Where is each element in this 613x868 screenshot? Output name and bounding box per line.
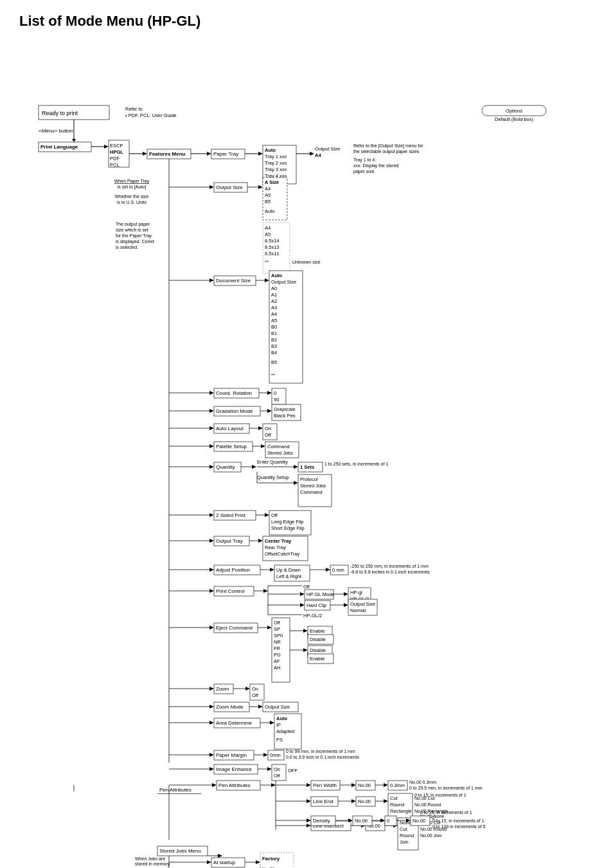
svg-text:size which is set: size which is set bbox=[116, 228, 148, 232]
svg-text:0.0 to 3.9 inch in 0.1 inch in: 0.0 to 3.9 inch in 0.1 inch increments bbox=[286, 755, 360, 759]
svg-marker-232 bbox=[303, 629, 308, 633]
svg-marker-259 bbox=[258, 705, 263, 709]
svg-text:Short Edge Flip: Short Edge Flip bbox=[271, 525, 305, 531]
svg-text:ESCP: ESCP bbox=[110, 143, 123, 149]
svg-text:1 Sets: 1 Sets bbox=[300, 464, 314, 470]
svg-text:is selected.: is selected. bbox=[116, 245, 138, 249]
svg-text:Quantity Setup: Quantity Setup bbox=[257, 475, 289, 480]
svg-text:Document Size: Document Size bbox=[216, 278, 251, 284]
svg-marker-357 bbox=[306, 818, 311, 822]
svg-text:Enable: Enable bbox=[310, 656, 324, 662]
svg-marker-188 bbox=[209, 589, 214, 593]
svg-text:Options: Options bbox=[506, 108, 522, 114]
svg-marker-192 bbox=[263, 589, 268, 593]
svg-text:A4: A4 bbox=[265, 225, 271, 231]
svg-text:Print Language: Print Language bbox=[40, 144, 78, 150]
svg-text:Zoom: Zoom bbox=[216, 686, 229, 692]
svg-text:0 to 99 mm, in increments of 1: 0 to 99 mm, in increments of 1 mm bbox=[286, 749, 355, 754]
svg-text:Disable: Disable bbox=[310, 647, 326, 653]
svg-text:Image Enhance: Image Enhance bbox=[216, 766, 253, 772]
svg-text:Disable: Disable bbox=[310, 637, 326, 642]
svg-marker-217 bbox=[209, 626, 214, 629]
svg-text:SP: SP bbox=[274, 626, 280, 632]
svg-marker-278 bbox=[263, 753, 268, 757]
svg-marker-97 bbox=[209, 391, 214, 395]
svg-text:Paper Tray: Paper Tray bbox=[213, 151, 238, 157]
svg-marker-255 bbox=[209, 705, 214, 709]
svg-text:Adjust Position: Adjust Position bbox=[216, 567, 250, 573]
svg-text:Grayscale: Grayscale bbox=[274, 406, 296, 412]
svg-text:Pen Attributes: Pen Attributes bbox=[218, 782, 251, 788]
svg-text:No.00: No.00 bbox=[355, 818, 368, 824]
svg-marker-305 bbox=[306, 783, 311, 787]
svg-text:HP-GL/2: HP-GL/2 bbox=[303, 613, 322, 619]
svg-text:2 Sided Print: 2 Sided Print bbox=[216, 512, 246, 518]
svg-marker-197 bbox=[300, 592, 305, 596]
svg-text:Tray 2 xxx: Tray 2 xxx bbox=[265, 160, 287, 166]
svg-text:Unknown size: Unknown size bbox=[292, 260, 321, 264]
svg-text:0 to 15, in increments of 1: 0 to 15, in increments of 1 bbox=[432, 818, 484, 823]
svg-text:B4: B4 bbox=[271, 350, 277, 356]
svg-marker-52 bbox=[258, 185, 263, 189]
svg-text:When Jobs are: When Jobs are bbox=[135, 856, 165, 861]
svg-text:Left & Right: Left & Right bbox=[276, 574, 302, 579]
svg-text:Ready to print: Ready to print bbox=[42, 110, 78, 116]
svg-text:• PDF, PCL: User Guide: • PDF, PCL: User Guide bbox=[125, 113, 177, 118]
svg-text:0: 0 bbox=[387, 818, 389, 824]
svg-text:0 mm: 0 mm bbox=[332, 567, 344, 573]
svg-text:Hard Clip: Hard Clip bbox=[306, 602, 326, 608]
svg-text:B3: B3 bbox=[271, 343, 277, 349]
svg-text:Features Menu: Features Menu bbox=[149, 151, 186, 157]
svg-text:The output paper: The output paper bbox=[116, 222, 150, 227]
svg-text:Auto: Auto bbox=[265, 147, 276, 153]
svg-text:**: ** bbox=[271, 372, 275, 378]
svg-text:When Paper Tray: When Paper Tray bbox=[114, 179, 150, 184]
svg-text:Output Size: Output Size bbox=[271, 279, 296, 285]
svg-text:Off: Off bbox=[303, 584, 310, 590]
svg-marker-379 bbox=[218, 854, 222, 858]
svg-marker-46 bbox=[209, 185, 214, 189]
svg-marker-365 bbox=[380, 818, 385, 822]
svg-text:<Menu> button: <Menu> button bbox=[39, 128, 73, 134]
svg-marker-124 bbox=[209, 444, 214, 448]
svg-text:SP0: SP0 bbox=[274, 633, 283, 638]
svg-text:for the Paper Tray: for the Paper Tray bbox=[116, 233, 152, 239]
svg-text:No.00  0.3mm: No.00 0.3mm bbox=[409, 780, 436, 784]
svg-text:is displayed. Corret: is displayed. Corret bbox=[116, 239, 154, 244]
svg-text:PG: PG bbox=[274, 652, 281, 658]
svg-text:No.00: No.00 bbox=[413, 818, 425, 824]
svg-text:A0: A0 bbox=[271, 285, 277, 291]
svg-text:Output Tray: Output Tray bbox=[216, 538, 243, 544]
svg-text:B5: B5 bbox=[265, 199, 271, 204]
svg-text:Output Size: Output Size bbox=[216, 185, 243, 190]
svg-text:Density: Density bbox=[313, 818, 330, 824]
svg-marker-167 bbox=[258, 539, 263, 543]
svg-text:A1: A1 bbox=[271, 292, 277, 298]
svg-marker-173 bbox=[209, 568, 214, 572]
svg-text:Auto: Auto bbox=[265, 208, 274, 214]
svg-marker-106 bbox=[209, 409, 214, 413]
svg-text:Tray 1 xxx: Tray 1 xxx bbox=[265, 154, 287, 159]
svg-text:PS: PS bbox=[276, 737, 283, 743]
svg-text:Auto: Auto bbox=[271, 273, 282, 278]
svg-text:Pen Width: Pen Width bbox=[313, 782, 337, 788]
svg-marker-302 bbox=[271, 783, 276, 787]
svg-text:Zoom Mode: Zoom Mode bbox=[216, 704, 244, 710]
svg-text:On: On bbox=[274, 766, 280, 772]
svg-text:8.5x13: 8.5x13 bbox=[265, 244, 280, 250]
svg-marker-182 bbox=[326, 568, 330, 572]
svg-text:xxx: Display the stored: xxx: Display the stored bbox=[353, 163, 399, 168]
svg-text:Long Edge Flip: Long Edge Flip bbox=[271, 519, 303, 525]
svg-marker-115 bbox=[209, 426, 214, 430]
svg-marker-119 bbox=[258, 426, 263, 430]
svg-text:Enable: Enable bbox=[310, 628, 324, 634]
svg-text:Auto Layout: Auto Layout bbox=[216, 426, 244, 431]
svg-text:Quantity: Quantity bbox=[216, 464, 235, 470]
svg-text:Off: Off bbox=[274, 773, 281, 779]
svg-text:0 to 15, in increments of 1: 0 to 15, in increments of 1 bbox=[414, 793, 466, 797]
svg-text:On: On bbox=[265, 426, 271, 431]
svg-text:AF: AF bbox=[274, 658, 280, 664]
svg-text:0 to 100 in increments of 5: 0 to 100 in increments of 5 bbox=[432, 824, 486, 829]
svg-text:Command: Command bbox=[267, 444, 290, 449]
svg-text:**: ** bbox=[265, 259, 269, 265]
